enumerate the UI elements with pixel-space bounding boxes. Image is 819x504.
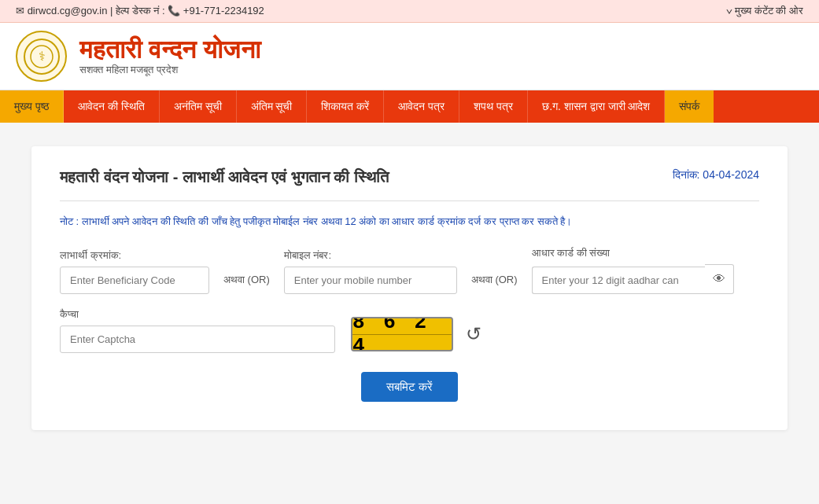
form-date: दिनांक: 04-04-2024 <box>673 168 759 182</box>
helpdesk-label: हेल्प डेस्क नं : <box>116 5 164 17</box>
separator: | <box>110 5 113 17</box>
form-note: नोट : लाभार्थी अपने आवेदन की स्थिति की ज… <box>60 214 759 230</box>
captcha-input[interactable] <box>60 326 335 353</box>
beneficiary-label: लाभार्थी क्रमांक: <box>60 249 209 262</box>
refresh-captcha-button[interactable]: ↺ <box>459 323 488 345</box>
phone-icon: 📞 <box>168 5 183 17</box>
nav-item-oath[interactable]: शपथ पत्र <box>459 90 528 123</box>
beneficiary-group: लाभार्थी क्रमांक: <box>60 249 209 294</box>
nav-item-contact[interactable]: संपर्क <box>665 90 714 123</box>
captcha-group: कैप्चा <box>60 308 335 353</box>
svg-text:⚕: ⚕ <box>38 50 45 63</box>
refresh-icon: ↺ <box>466 323 481 345</box>
header-text: महतारी वन्दन योजना सशक्त महिला मजबूत प्र… <box>79 36 260 76</box>
email-link[interactable]: dirwcd.cg@gov.in <box>28 5 108 17</box>
skip-to-content[interactable]: ∨ मुख्य कंटेंट की ओर <box>726 5 803 17</box>
phone-number: +91-771-2234192 <box>183 5 264 17</box>
captcha-row: कैप्चा 8 6 2 4 ↺ <box>60 308 759 353</box>
form-card: महतारी वंदन योजना - लाभार्थी आवेदन एवं भ… <box>31 146 788 430</box>
site-subtitle: सशक्त महिला मजबूत प्रदेश <box>79 64 260 76</box>
form-header: महतारी वंदन योजना - लाभार्थी आवेदन एवं भ… <box>60 168 759 201</box>
logo: ⚕ <box>16 31 67 82</box>
nav-item-application[interactable]: आवेदन पत्र <box>384 90 459 123</box>
nav-item-final[interactable]: अंतिम सूची <box>237 90 308 123</box>
captcha-image: 8 6 2 4 <box>351 317 453 351</box>
nav-item-status[interactable]: आवेदन की स्थिति <box>64 90 160 123</box>
mobile-group: मोबाइल नंबर: <box>284 249 457 294</box>
fields-row: लाभार्थी क्रमांक: अथवा (OR) मोबाइल नंबर:… <box>60 247 759 294</box>
captcha-label: कैप्चा <box>60 308 335 321</box>
toggle-visibility-button[interactable]: 👁 <box>705 264 734 294</box>
contact-info: ✉ dirwcd.cg@gov.in | हेल्प डेस्क नं : 📞 … <box>16 5 264 17</box>
submit-button[interactable]: सबमिट करें <box>361 372 458 402</box>
main-nav: मुख्य पृष्ठ आवेदन की स्थिति अनंतिम सूची … <box>0 90 819 123</box>
email-icon: ✉ <box>16 5 24 17</box>
aadhar-input[interactable] <box>532 267 705 294</box>
aadhar-group: आधार कार्ड की संख्या 👁 <box>532 247 734 294</box>
logo-emblem: ⚕ <box>23 38 61 75</box>
nav-item-home[interactable]: मुख्य पृष्ठ <box>0 90 64 123</box>
mobile-label: मोबाइल नंबर: <box>284 249 457 262</box>
submit-row: सबमिट करें <box>60 372 759 402</box>
aadhar-label: आधार कार्ड की संख्या <box>532 247 734 259</box>
beneficiary-input[interactable] <box>60 267 209 294</box>
form-title: महतारी वंदन योजना - लाभार्थी आवेदन एवं भ… <box>60 168 389 186</box>
top-bar: ✉ dirwcd.cg@gov.in | हेल्प डेस्क नं : 📞 … <box>0 0 819 23</box>
nav-item-complaint[interactable]: शिकायत करें <box>307 90 384 123</box>
site-title: महतारी वन्दन योजना <box>79 36 260 64</box>
nav-item-orders[interactable]: छ.ग. शासन द्वारा जारी आदेश <box>528 90 665 123</box>
mobile-input[interactable] <box>284 267 457 294</box>
captcha-value: 8 6 2 4 <box>352 317 452 351</box>
site-header: ⚕ महतारी वन्दन योजना सशक्त महिला मजबूत प… <box>0 23 819 90</box>
nav-item-provisional[interactable]: अनंतिम सूची <box>160 90 237 123</box>
main-content: महतारी वंदन योजना - लाभार्थी आवेदन एवं भ… <box>0 123 819 454</box>
eye-icon: 👁 <box>713 272 725 286</box>
aadhar-wrapper: 👁 <box>532 264 734 294</box>
or-separator-1: अथवा (OR) <box>209 274 284 294</box>
captcha-controls: 8 6 2 4 ↺ <box>351 317 488 353</box>
skip-link[interactable]: ∨ मुख्य कंटेंट की ओर <box>726 5 803 17</box>
or-separator-2: अथवा (OR) <box>457 274 532 294</box>
